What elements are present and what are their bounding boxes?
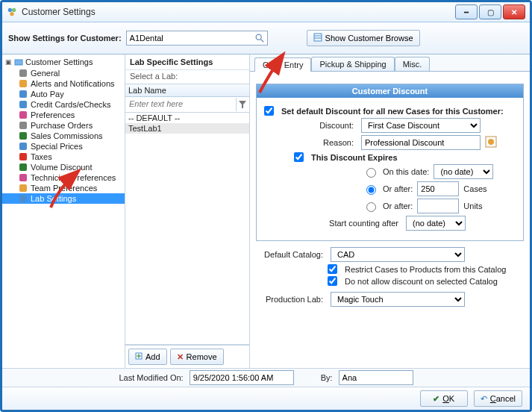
cancel-button[interactable]: ↶ Cancel [474,390,522,407]
default-catalog-select[interactable]: CAD [331,247,465,262]
user-icon [19,173,28,182]
start-counting-select[interactable]: (no date) [406,216,466,231]
tree-item-sales-commissions[interactable]: Sales Commissions [2,131,125,141]
price-icon [19,142,28,151]
set-default-discount-checkbox[interactable] [264,106,274,116]
collapse-icon[interactable]: ▣ [5,58,12,66]
lab-row[interactable]: -- DEFAULT -- [125,113,249,123]
svg-point-2 [10,12,13,16]
add-lab-button[interactable]: Add [128,349,167,365]
tree-item-technician-preferences[interactable]: Technician Preferences [2,172,125,183]
tree-item-label: Auto Pay [31,90,64,99]
tree-item-volume-discount[interactable]: Volume Discount [2,162,125,172]
card-icon [19,90,28,99]
lab-name-column-header[interactable]: Lab Name [125,84,249,97]
svg-rect-15 [19,132,27,140]
restrict-cases-label: Restrict Cases to Products from this Cat… [345,265,506,274]
svg-point-0 [8,8,12,12]
right-tabs: Case Entry Pickup & Shipping Misc. [250,54,530,72]
svg-rect-9 [19,69,27,77]
restrict-cases-checkbox[interactable] [328,264,337,274]
discount-expires-label: This Discount Expires [311,153,398,162]
window-close-button[interactable]: ✕ [503,4,525,19]
settings-tree[interactable]: ▣ Customer Settings GeneralAlerts and No… [2,54,125,368]
window-title: Customer Settings [22,7,455,17]
window-maximize-button[interactable]: ▢ [479,4,501,19]
tree-item-lab-settings[interactable]: Lab Settings [2,193,125,204]
tree-item-general[interactable]: General [2,68,125,78]
tree-item-label: Alerts and Notifications [31,79,115,88]
units-unit: Units [463,202,482,210]
gear-icon [19,69,28,78]
discount-select[interactable]: First Case Discount [361,118,481,133]
money-icon [19,131,28,140]
no-discount-catalog-label: Do not allow discount on selected Catalo… [345,277,498,286]
by-label: By: [321,373,333,382]
expire-date-select[interactable]: (no date) [434,164,493,179]
svg-line-4 [260,40,263,43]
team-icon [19,184,28,193]
tree-item-label: Technician Preferences [31,173,116,182]
tree-item-auto-pay[interactable]: Auto Pay [2,89,125,99]
bell-icon [19,79,28,88]
production-lab-select[interactable]: Magic Touch [331,292,465,307]
cases-input[interactable] [417,181,459,196]
ok-button[interactable]: ✔ OK [420,390,468,407]
add-icon [135,352,143,361]
svg-rect-10 [19,80,27,87]
show-customer-browse-button[interactable]: Show Customer Browse [307,30,420,46]
expire-after-cases-radio[interactable] [366,185,376,195]
tab-case-entry[interactable]: Case Entry [254,57,311,72]
tree-item-purchase-orders[interactable]: Purchase Orders [2,120,125,131]
svg-rect-17 [19,153,27,160]
tab-pickup-shipping[interactable]: Pickup & Shipping [311,57,394,71]
tree-item-credit-cards-echecks[interactable]: Credit Cards/eChecks [2,99,125,110]
tree-item-special-prices[interactable]: Special Prices [2,141,125,152]
no-discount-catalog-checkbox[interactable] [328,276,337,286]
svg-rect-11 [19,90,27,98]
reason-picker-icon[interactable] [485,136,497,149]
tree-item-taxes[interactable]: Taxes [2,152,125,162]
reason-input[interactable] [361,135,481,150]
svg-rect-13 [19,111,27,119]
tree-item-alerts-and-notifications[interactable]: Alerts and Notifications [2,78,125,89]
tree-item-label: Sales Commissions [31,131,103,140]
remove-icon: ✕ [177,352,184,362]
lab-row[interactable]: TestLab1 [125,123,249,134]
folder-icon [14,57,23,66]
volume-icon [19,163,28,172]
set-default-discount-label: Set default Discount for all new Cases f… [281,107,504,116]
tree-item-label: Team Preferences [31,184,97,193]
svg-rect-16 [19,143,27,150]
app-icon [7,7,17,17]
svg-point-1 [12,8,16,12]
browse-icon [313,33,322,43]
by-value [339,370,413,385]
filter-icon[interactable] [236,98,248,111]
svg-rect-18 [19,163,27,171]
search-icon[interactable] [254,32,266,44]
units-input[interactable] [417,199,459,213]
doc-icon [19,121,28,130]
expire-on-date-label: On this date: [383,167,429,176]
customer-search-input[interactable] [126,31,268,46]
svg-rect-8 [15,60,22,65]
select-lab-label: Select a Lab: [125,70,249,84]
tree-item-label: Preferences [31,110,75,119]
tree-item-team-preferences[interactable]: Team Preferences [2,183,125,193]
tree-item-preferences[interactable]: Preferences [2,110,125,120]
expire-after-units-radio[interactable] [366,202,376,212]
remove-lab-button[interactable]: ✕ Remove [170,349,224,365]
window-minimize-button[interactable]: ━ [455,4,478,19]
tree-item-label: Taxes [31,152,52,161]
discount-label: Discount: [264,121,357,130]
expire-on-date-radio[interactable] [366,168,376,178]
tree-root[interactable]: ▣ Customer Settings [2,56,125,68]
default-catalog-label: Default Catalog: [256,250,326,259]
tab-misc[interactable]: Misc. [395,57,431,71]
discount-expires-checkbox[interactable] [294,152,304,162]
production-lab-label: Production Lab: [256,295,326,304]
lab-filter-input[interactable] [126,98,236,110]
svg-rect-12 [19,101,27,108]
show-settings-label: Show Settings for Customer: [8,34,122,43]
